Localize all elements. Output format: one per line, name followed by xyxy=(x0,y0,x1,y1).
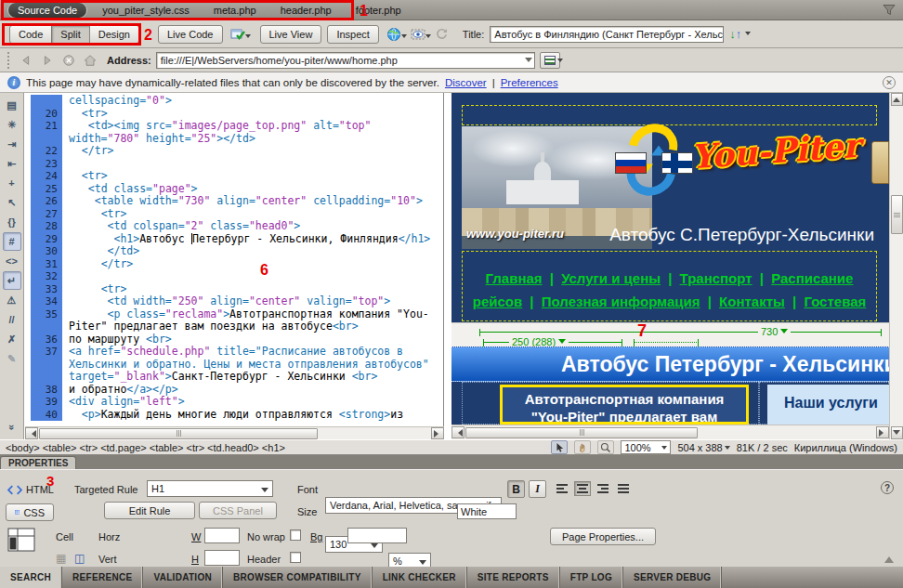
edit-rule-button[interactable]: Edit Rule xyxy=(104,502,195,519)
show-more-icon[interactable]: » xyxy=(3,418,21,437)
code-line[interactable]: и обратно</a></p> xyxy=(62,384,443,397)
code-line[interactable]: <p>Каждый день многие люди отправляются … xyxy=(62,409,443,422)
justify-icon[interactable] xyxy=(615,481,632,496)
stop-icon[interactable] xyxy=(60,52,77,69)
results-tab-search[interactable]: SEARCH xyxy=(0,567,62,588)
results-tab-server-debug[interactable]: SERVER DEBUG xyxy=(623,567,722,588)
select-parent-tag-icon[interactable]: ↖ xyxy=(3,193,21,212)
scrollbar-thumb[interactable] xyxy=(891,195,903,234)
align-center-icon[interactable] xyxy=(574,481,591,496)
code-view-button[interactable]: Code xyxy=(9,25,52,44)
results-tab-browser-compatibility[interactable]: BROWSER COMPATIBILITY xyxy=(223,567,373,588)
file-management-icon[interactable]: ↓↑ xyxy=(729,27,747,41)
live-view-button[interactable]: Live View xyxy=(260,25,322,44)
text-color-field[interactable]: White xyxy=(457,503,517,519)
code-line[interactable]: по маршруту <br> xyxy=(62,333,443,346)
results-tab-link-checker[interactable]: LINK CHECKER xyxy=(373,567,467,588)
view-options-icon[interactable] xyxy=(540,52,560,69)
tag-selector[interactable]: <body> <table> <tr> <td.page> <table> <t… xyxy=(6,442,285,453)
code-line[interactable] xyxy=(62,158,443,171)
collapse-full-tag-icon[interactable]: ⇥ xyxy=(3,135,21,153)
hand-tool-icon[interactable] xyxy=(574,440,591,454)
code-line[interactable]: <a href="schedule.php" title="Расписание… xyxy=(62,346,443,384)
code-line[interactable]: <td width="250" align="center" valign="t… xyxy=(62,295,443,308)
balance-braces-icon[interactable]: {} xyxy=(3,213,21,231)
title-input[interactable]: Автобус в Финляндию (Санкт Петербург - Х… xyxy=(490,26,724,43)
results-tab-reference[interactable]: REFERENCE xyxy=(62,567,143,588)
code-line[interactable]: <table width="730" align="center" cellpa… xyxy=(62,195,443,208)
zoom-tool-icon[interactable] xyxy=(597,440,614,454)
window-size-select[interactable]: 504 x 388 xyxy=(677,442,729,453)
menu-link[interactable]: Транспорт xyxy=(680,270,752,286)
properties-tab[interactable]: PROPERTIES xyxy=(0,456,76,469)
results-tab-ftp-log[interactable]: FTP LOG xyxy=(560,567,623,588)
related-file-tab[interactable]: you_piter_style.css xyxy=(100,3,191,18)
format-source-code-icon[interactable]: ✎ xyxy=(3,349,21,368)
open-documents-icon[interactable]: ▤ xyxy=(3,96,21,114)
related-file-tab[interactable]: meta.php xyxy=(212,3,258,18)
scroll-right-icon[interactable] xyxy=(876,426,889,438)
align-left-icon[interactable] xyxy=(554,481,570,496)
address-input[interactable]: file:///E|/WebServers/home/you-piter/www… xyxy=(156,52,535,69)
word-wrap-icon[interactable]: ↵ xyxy=(3,271,21,290)
header-checkbox[interactable] xyxy=(290,552,301,563)
collapse-panel-icon[interactable] xyxy=(884,552,894,563)
bg-color-field[interactable] xyxy=(347,528,407,543)
targeted-rule-select[interactable]: H1 xyxy=(147,480,273,497)
css-panel-button[interactable]: CSS Panel xyxy=(199,502,277,519)
menu-link[interactable]: Контакты xyxy=(719,294,785,309)
code-line[interactable]: <tr> xyxy=(62,170,443,183)
discover-link[interactable]: Discover xyxy=(445,77,487,88)
code-line[interactable]: <tr> xyxy=(62,108,443,121)
help-icon[interactable]: ? xyxy=(881,481,894,494)
split-cell-icon[interactable]: ◫ xyxy=(74,552,85,565)
results-tab-validation[interactable]: VALIDATION xyxy=(143,567,223,588)
menu-link[interactable]: Главная xyxy=(486,270,543,286)
css-mode-button[interactable]: CSS xyxy=(6,503,54,521)
results-tab-site-reports[interactable]: SITE REPORTS xyxy=(467,567,560,588)
table-width-bar[interactable]: 730 250 (288) xyxy=(452,322,889,346)
check-page-icon[interactable] xyxy=(229,25,247,44)
scroll-left-icon[interactable] xyxy=(25,427,38,439)
code-line[interactable]: cellspacing="0"> xyxy=(62,95,443,108)
related-file-tab[interactable]: header.php xyxy=(279,3,334,18)
design-horizontal-scrollbar[interactable] xyxy=(452,425,889,439)
merge-cells-icon[interactable]: ▦ xyxy=(56,552,66,565)
table-width-label[interactable]: 730 xyxy=(758,325,791,337)
width-field[interactable] xyxy=(204,528,240,543)
code-line[interactable]: <tr> xyxy=(62,208,443,221)
code-line[interactable]: <td class="page"> xyxy=(62,183,443,196)
split-view-button[interactable]: Split xyxy=(51,25,89,44)
scroll-right-icon[interactable] xyxy=(431,427,444,439)
code-line[interactable]: <p class="reclama">Автотранспортная комп… xyxy=(62,308,443,333)
remove-comment-icon[interactable]: ✗ xyxy=(3,330,21,348)
code-line[interactable]: <tr> xyxy=(62,283,443,296)
magnification-select[interactable]: 100% xyxy=(621,440,671,454)
code-line[interactable]: <div align="left"> xyxy=(62,396,443,409)
height-field[interactable] xyxy=(204,550,240,566)
code-line[interactable] xyxy=(62,270,443,283)
code-view-pane[interactable]: cellspacing="0">20 <tr>21 <td><img src="… xyxy=(25,93,444,439)
code-line[interactable]: </tr> xyxy=(62,258,443,271)
filter-icon[interactable] xyxy=(883,3,896,19)
align-right-icon[interactable] xyxy=(595,481,611,496)
design-canvas[interactable]: You-Piter www.you-piter.ru Автобус С.Пет… xyxy=(452,93,889,425)
expand-all-icon[interactable]: + xyxy=(3,174,21,192)
no-wrap-checkbox[interactable] xyxy=(290,529,301,541)
code-line[interactable]: <td><img src="images/page_top.png" alt="… xyxy=(62,120,443,145)
syntax-error-alerts-icon[interactable]: ⚠ xyxy=(3,291,21,309)
scroll-down-icon[interactable] xyxy=(891,426,903,439)
preview-in-browser-icon[interactable] xyxy=(385,25,403,44)
live-code-button[interactable]: Live Code xyxy=(158,25,223,44)
preferences-link[interactable]: Preferences xyxy=(501,77,558,88)
inspect-button[interactable]: Inspect xyxy=(327,25,378,44)
collapse-selection-icon[interactable]: ⇤ xyxy=(3,154,21,173)
code-editor[interactable]: cellspacing="0">20 <tr>21 <td><img src="… xyxy=(25,93,443,426)
italic-button[interactable]: I xyxy=(529,480,546,498)
line-numbers-icon[interactable]: # xyxy=(3,232,21,251)
check-browser-compatibility-icon[interactable] xyxy=(409,25,427,44)
reclama-box[interactable]: Автотранспортная компания "You-Piter" пр… xyxy=(500,385,749,425)
scrollbar-thumb[interactable] xyxy=(465,427,698,438)
services-box[interactable]: Наши услуги xyxy=(767,385,889,425)
address-dropdown-icon[interactable] xyxy=(525,58,532,66)
